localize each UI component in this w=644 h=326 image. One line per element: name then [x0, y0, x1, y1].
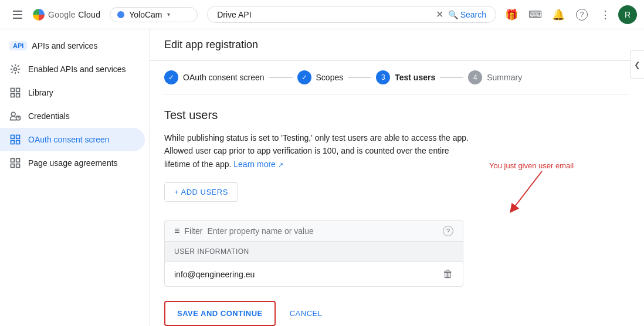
notification-button[interactable]: 🔔 [548, 4, 569, 25]
collapse-panel-button[interactable]: ❮ [630, 50, 644, 79]
users-table: User information info@qengineering.eu 🗑 [164, 241, 463, 287]
page-usage-icon [9, 157, 21, 169]
keyboard-icon: ⌨ [528, 9, 542, 20]
sidebar-header: API APIs and services [0, 34, 150, 57]
gift-button[interactable]: 🎁 [501, 4, 522, 25]
google-logo-icon [33, 9, 45, 21]
search-bar: ✕ 🔍 Search [207, 6, 496, 23]
check-icon: ✓ [168, 73, 174, 82]
svg-rect-2 [16, 89, 20, 92]
external-link-icon: ↗ [278, 161, 283, 168]
filter-input[interactable] [207, 226, 438, 236]
search-icon: 🔍 [448, 10, 458, 19]
step-scopes: ✓ Scopes [297, 70, 344, 84]
topbar: Google Cloud YoloCam ▾ ✕ 🔍 Search 🎁 ⌨ 🔔 … [0, 0, 644, 29]
bell-icon: 🔔 [552, 8, 565, 21]
step-test-users: 3 Test users [376, 70, 435, 84]
sidebar-item-label: Enabled APIs and services [28, 64, 126, 74]
svg-line-16 [513, 171, 542, 209]
topbar-right: 🎁 ⌨ 🔔 ? ⋮ R [501, 4, 637, 25]
stepper: ✓ OAuth consent screen ✓ Scopes 3 Test u… [150, 61, 644, 94]
step-divider-2 [348, 77, 371, 78]
hamburger-icon [11, 8, 25, 22]
filter-label: Filter [184, 226, 202, 236]
test-users-title: Test users [164, 108, 630, 122]
hamburger-button[interactable] [7, 4, 28, 25]
test-users-description: While publishing status is set to 'Testi… [164, 131, 469, 171]
svg-rect-4 [16, 94, 20, 97]
table-header: User information [165, 242, 463, 262]
save-continue-button[interactable]: SAVE AND CONTINUE [164, 301, 276, 326]
filter-help-icon[interactable]: ? [443, 226, 453, 236]
sidebar-item-label: OAuth consent screen [28, 135, 110, 144]
svg-rect-7 [11, 135, 15, 139]
credentials-icon [9, 110, 21, 122]
content-header: Edit app registration [150, 29, 644, 61]
clear-search-button[interactable]: ✕ [436, 9, 443, 20]
filter-row: ≡ Filter ? [164, 220, 463, 241]
cancel-label: CANCEL [290, 309, 323, 318]
svg-text:You just given user email: You just given user email [489, 161, 574, 170]
gift-icon: 🎁 [505, 8, 518, 21]
sidebar-item-label: Page usage agreements [28, 158, 118, 168]
delete-user-button[interactable]: 🗑 [443, 268, 453, 280]
delete-icon: 🗑 [443, 268, 453, 280]
main-layout: API APIs and services Enabled APIs and s… [0, 29, 644, 326]
step-2-label: Scopes [316, 73, 344, 82]
step-3-label: Test users [395, 73, 435, 82]
step-1-circle: ✓ [164, 70, 178, 84]
svg-point-5 [11, 112, 15, 116]
step-1-label: OAuth consent screen [183, 73, 265, 82]
test-users-section: Test users While publishing status is se… [150, 94, 644, 326]
step-4-number: 4 [473, 73, 477, 82]
content-area: Edit app registration ✓ OAuth consent sc… [150, 29, 644, 326]
learn-more-link[interactable]: Learn more ↗ [233, 159, 283, 169]
check-icon: ✓ [301, 73, 307, 82]
sidebar-item-credentials[interactable]: Credentials [0, 104, 145, 128]
search-label: Search [460, 10, 486, 19]
svg-rect-14 [16, 164, 20, 168]
filter-icon: ≡ [174, 226, 179, 236]
help-icon: ? [576, 9, 588, 21]
sidebar-item-library[interactable]: Library [0, 81, 145, 104]
google-cloud-logo[interactable]: Google Cloud [33, 9, 100, 21]
table-row: info@qengineering.eu 🗑 [165, 262, 463, 286]
step-summary: 4 Summary [468, 70, 522, 84]
more-icon: ⋮ [600, 8, 611, 21]
step-divider-3 [440, 77, 463, 78]
save-continue-label: SAVE AND CONTINUE [177, 309, 263, 318]
search-button[interactable]: 🔍 Search [448, 10, 486, 19]
svg-rect-1 [11, 89, 15, 92]
svg-point-0 [14, 68, 17, 71]
google-cloud-text: Google Cloud [48, 10, 100, 19]
user-email: info@qengineering.eu [174, 270, 443, 279]
step-3-circle: 3 [376, 70, 390, 84]
add-users-label: + ADD USERS [174, 188, 228, 196]
step-oauth-consent: ✓ OAuth consent screen [164, 70, 265, 84]
step-4-label: Summary [487, 73, 522, 82]
user-info-column-header: User information [174, 247, 249, 256]
cancel-button[interactable]: CANCEL [280, 302, 332, 325]
annotation-arrow-svg: You just given user email [483, 157, 612, 215]
svg-rect-12 [16, 159, 20, 162]
svg-rect-9 [11, 141, 15, 144]
project-selector[interactable]: YoloCam ▾ [110, 7, 198, 22]
sidebar-item-enabled-apis[interactable]: Enabled APIs and services [0, 57, 145, 81]
sidebar-item-label: Library [28, 88, 53, 97]
sidebar-item-page-usage[interactable]: Page usage agreements [0, 151, 145, 175]
project-name: YoloCam [129, 10, 162, 19]
help-button[interactable]: ? [571, 4, 592, 25]
filter-section: ≡ Filter ? User information info@qengine… [164, 220, 630, 287]
sidebar-item-oauth-consent[interactable]: OAuth consent screen [0, 128, 145, 151]
search-input[interactable] [217, 10, 431, 19]
avatar[interactable]: R [618, 5, 637, 24]
collapse-icon: ❮ [634, 60, 640, 69]
more-options-button[interactable]: ⋮ [595, 4, 616, 25]
sidebar-header-text: APIs and services [32, 41, 97, 50]
svg-rect-11 [11, 159, 15, 162]
add-users-button[interactable]: + ADD USERS [164, 182, 238, 202]
keyboard-button[interactable]: ⌨ [524, 4, 545, 25]
action-buttons: SAVE AND CONTINUE CANCEL [164, 301, 630, 326]
step-divider-1 [269, 77, 293, 78]
enabled-apis-icon [9, 63, 21, 75]
